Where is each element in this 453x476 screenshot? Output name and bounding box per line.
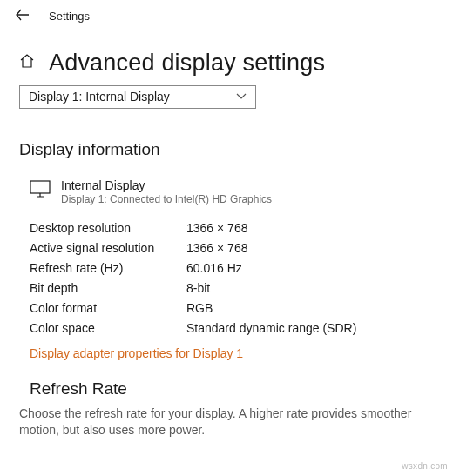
info-label: Active signal resolution [30, 241, 186, 255]
table-row: Refresh rate (Hz) 60.016 Hz [30, 258, 453, 278]
info-label: Refresh rate (Hz) [30, 261, 186, 275]
back-icon[interactable] [16, 9, 30, 23]
table-row: Bit depth 8-bit [30, 278, 453, 298]
display-select[interactable]: Display 1: Internal Display [19, 85, 256, 109]
refresh-rate-title: Refresh Rate [30, 379, 453, 399]
info-label: Desktop resolution [30, 221, 186, 235]
info-label: Color space [30, 321, 186, 335]
info-value: 60.016 Hz [186, 261, 242, 275]
info-value: RGB [186, 301, 213, 315]
watermark: wsxdn.com [402, 461, 448, 471]
info-value: 1366 × 768 [186, 221, 247, 235]
table-row: Desktop resolution 1366 × 768 [30, 218, 453, 238]
table-row: Active signal resolution 1366 × 768 [30, 238, 453, 258]
svg-rect-0 [30, 181, 50, 193]
table-row: Color space Standard dynamic range (SDR) [30, 318, 453, 338]
home-icon[interactable] [19, 53, 35, 73]
chevron-down-icon [236, 91, 247, 103]
titlebar-label: Settings [49, 10, 90, 23]
page-heading-row: Advanced display settings [0, 29, 453, 84]
display-info-title: Display information [19, 140, 453, 159]
info-value: 8-bit [186, 281, 210, 295]
display-info-table: Desktop resolution 1366 × 768 Active sig… [30, 218, 453, 338]
page-title: Advanced display settings [49, 50, 325, 77]
display-select-value: Display 1: Internal Display [29, 90, 170, 104]
info-label: Color format [30, 301, 186, 315]
monitor-name: Internal Display [61, 178, 272, 192]
info-value: 1366 × 768 [186, 241, 247, 255]
monitor-row: Internal Display Display 1: Connected to… [30, 178, 453, 205]
monitor-sub: Display 1: Connected to Intel(R) HD Grap… [61, 193, 272, 205]
adapter-properties-link[interactable]: Display adapter properties for Display 1 [30, 346, 243, 360]
table-row: Color format RGB [30, 298, 453, 318]
refresh-rate-desc: Choose the refresh rate for your display… [19, 406, 420, 439]
monitor-icon [30, 178, 51, 199]
info-label: Bit depth [30, 281, 186, 295]
info-value: Standard dynamic range (SDR) [186, 321, 356, 335]
titlebar: Settings [0, 0, 453, 29]
